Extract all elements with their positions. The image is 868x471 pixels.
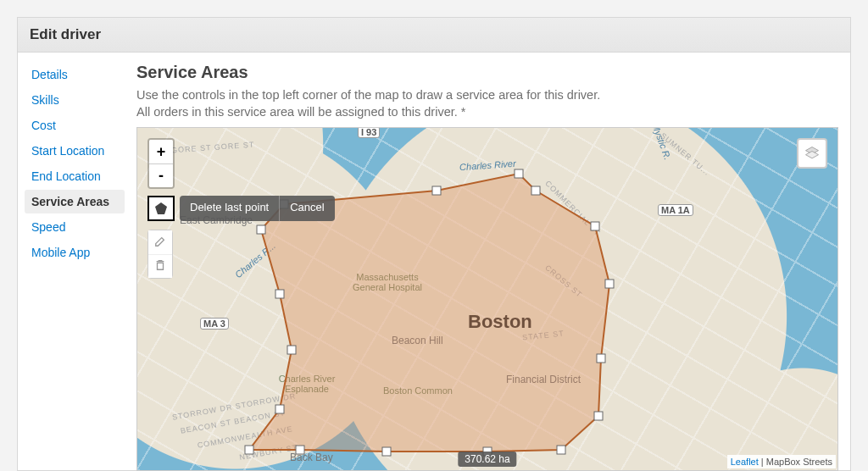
sidebar-item-end-location[interactable]: End Location bbox=[25, 164, 125, 188]
polygon-vertex-handle[interactable] bbox=[605, 280, 614, 288]
map-canvas[interactable]: Boston East Cambridge Beacon Hill Financ… bbox=[136, 127, 838, 471]
polygon-vertex-handle[interactable] bbox=[594, 412, 603, 420]
polygon-vertex-handle[interactable] bbox=[275, 405, 284, 413]
sidebar-item-cost[interactable]: Cost bbox=[25, 114, 125, 137]
attribution-sep: | bbox=[759, 457, 766, 467]
help-line-1: Use the controls in the top left corner … bbox=[136, 88, 600, 102]
polygon-vertex-handle[interactable] bbox=[591, 222, 599, 230]
sidebar-item-details[interactable]: Details bbox=[25, 63, 125, 86]
map-attribution: Leaflet | MapBox Streets bbox=[727, 455, 836, 468]
polygon-overlay[interactable] bbox=[137, 128, 837, 470]
layers-button[interactable] bbox=[797, 138, 827, 169]
help-line-2: All orders in this service area will be … bbox=[136, 105, 465, 119]
polygon-vertex-handle[interactable] bbox=[515, 169, 523, 178]
section-title: Service Areas bbox=[136, 63, 838, 82]
mapbox-label: MapBox Streets bbox=[766, 457, 832, 467]
edit-driver-panel: Edit driver Details Skills Cost Start Lo… bbox=[17, 17, 851, 471]
zoom-out-button[interactable]: - bbox=[149, 163, 173, 187]
polygon-vertex-handle[interactable] bbox=[432, 186, 441, 195]
trash-icon bbox=[154, 259, 166, 271]
polygon-icon bbox=[154, 202, 168, 215]
svg-marker-0 bbox=[155, 202, 167, 214]
polygon-vertex-handle[interactable] bbox=[382, 447, 391, 456]
zoom-in-button[interactable]: + bbox=[149, 140, 173, 163]
edit-tools bbox=[147, 230, 173, 279]
delete-shape-button[interactable] bbox=[148, 254, 172, 278]
layers-icon bbox=[804, 145, 821, 162]
draw-polygon-button[interactable] bbox=[147, 196, 175, 221]
sidebar-item-start-location[interactable]: Start Location bbox=[25, 139, 125, 163]
panel-header: Edit driver bbox=[18, 18, 850, 53]
svg-marker-2 bbox=[806, 152, 819, 158]
sidebar-item-mobile-app[interactable]: Mobile App bbox=[25, 241, 125, 264]
sidebar: Details Skills Cost Start Location End L… bbox=[18, 53, 131, 471]
edit-shape-button[interactable] bbox=[148, 230, 172, 254]
panel-title: Edit driver bbox=[30, 26, 838, 43]
draw-toolbar: Delete last point Cancel bbox=[147, 196, 335, 221]
polygon-vertex-handle[interactable] bbox=[557, 446, 565, 454]
polygon-vertex-handle[interactable] bbox=[531, 186, 540, 195]
cancel-draw-button[interactable]: Cancel bbox=[279, 196, 334, 221]
polygon-vertex-handle[interactable] bbox=[257, 225, 265, 234]
polygon-vertex-handle[interactable] bbox=[296, 446, 304, 454]
content: Service Areas Use the controls in the to… bbox=[131, 53, 850, 471]
pencil-icon bbox=[154, 236, 166, 247]
polygon-vertex-handle[interactable] bbox=[597, 354, 605, 363]
draw-actions: Delete last point Cancel bbox=[180, 196, 335, 221]
sidebar-item-skills[interactable]: Skills bbox=[25, 88, 125, 112]
polygon-vertex-handle[interactable] bbox=[287, 346, 296, 354]
panel-body: Details Skills Cost Start Location End L… bbox=[18, 53, 850, 471]
zoom-controls: + - bbox=[147, 138, 175, 189]
section-help: Use the controls in the top left corner … bbox=[136, 87, 838, 120]
polygon-vertex-handle[interactable] bbox=[275, 290, 284, 298]
leaflet-link[interactable]: Leaflet bbox=[731, 457, 759, 467]
sidebar-item-speed[interactable]: Speed bbox=[25, 215, 125, 239]
delete-last-point-button[interactable]: Delete last point bbox=[180, 196, 279, 221]
sidebar-item-service-areas[interactable]: Service Areas bbox=[25, 190, 125, 213]
polygon-area-label: 370.62 ha bbox=[458, 452, 516, 467]
polygon-vertex-handle[interactable] bbox=[245, 446, 253, 454]
